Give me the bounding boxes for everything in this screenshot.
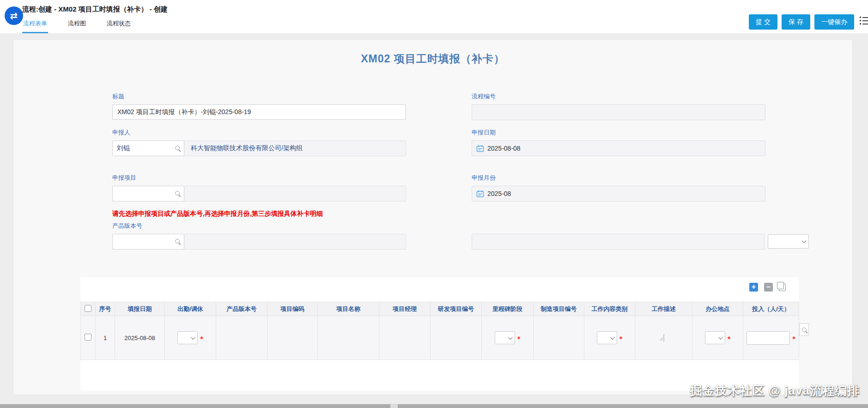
attendance-select[interactable] bbox=[177, 331, 198, 344]
tab-process-diagram[interactable]: 流程图 bbox=[67, 17, 87, 33]
top-header: ⇄ 流程:创建 - XM02 项目工时填报（补卡） - 创建 流程表单 流程图 … bbox=[0, 0, 868, 33]
copy-row-button[interactable] bbox=[779, 284, 786, 291]
row-search-button[interactable] bbox=[799, 323, 809, 336]
chevron-down-icon bbox=[191, 335, 195, 340]
search-icon[interactable] bbox=[175, 239, 180, 244]
row-project-name-cell bbox=[318, 316, 379, 360]
applicant-search-field bbox=[112, 140, 184, 156]
row-work-desc-cell bbox=[635, 316, 692, 360]
work-desc-textarea[interactable] bbox=[663, 334, 664, 342]
chevron-down-icon bbox=[718, 335, 723, 340]
page-title: 流程:创建 - XM02 项目工时填报（补卡） - 创建 bbox=[22, 5, 168, 14]
resize-handle-icon[interactable] bbox=[659, 336, 663, 341]
required-marker: * bbox=[200, 335, 203, 344]
col-work-type: 工作内容类别 bbox=[584, 302, 635, 316]
form-warning-text: 请先选择申报项目或产品版本号,再选择申报月份,第三步填报具体补卡明细 bbox=[112, 210, 323, 218]
form-card: XM02 项目工时填报（补卡） 标题 流程编号 申报人 科大智能物联技术股份有限… bbox=[13, 40, 852, 395]
select-all-checkbox[interactable] bbox=[85, 305, 91, 312]
apply-project-label: 申报项目 bbox=[112, 174, 406, 182]
header-tabs: 流程表单 流程图 流程状态 bbox=[22, 17, 132, 33]
app-logo-icon: ⇄ bbox=[5, 6, 23, 25]
process-no-label: 流程编号 bbox=[472, 92, 765, 101]
field-process-no: 流程编号 bbox=[472, 92, 765, 120]
col-seq: 序号 bbox=[96, 302, 115, 316]
chevron-down-icon bbox=[610, 335, 615, 340]
product-version-extra bbox=[184, 234, 406, 250]
tab-process-form[interactable]: 流程表单 bbox=[22, 17, 48, 33]
tab-process-status[interactable]: 流程状态 bbox=[106, 17, 132, 33]
apply-project-input[interactable] bbox=[113, 186, 184, 201]
doc-title-label: 标题 bbox=[112, 92, 406, 101]
row-attendance-cell: * bbox=[165, 316, 216, 360]
row-rd-project-no-cell bbox=[431, 316, 482, 360]
row-project-manager-cell bbox=[379, 316, 431, 360]
col-milestone: 里程碑阶段 bbox=[482, 302, 534, 316]
add-row-button[interactable]: + bbox=[749, 283, 758, 292]
urge-button[interactable]: 一键催办 bbox=[814, 14, 854, 30]
applicant-label: 申报人 bbox=[112, 128, 406, 137]
product-version-input[interactable] bbox=[113, 234, 184, 249]
required-marker: * bbox=[619, 335, 623, 344]
apply-date-value: 2025-08-08 bbox=[487, 145, 521, 152]
field-doc-title: 标题 bbox=[112, 92, 406, 120]
right-dropdown-select[interactable] bbox=[768, 234, 809, 249]
right-readonly-field bbox=[472, 234, 765, 250]
search-icon[interactable] bbox=[175, 146, 180, 150]
apply-month-picker[interactable]: 2025-08 bbox=[472, 186, 765, 201]
field-applicant: 申报人 科大智能物联技术股份有限公司/架构组 bbox=[112, 128, 406, 156]
field-apply-month: 申报月份 2025-08 bbox=[472, 174, 765, 201]
scrollbar-gap bbox=[390, 404, 398, 408]
product-version-search-field bbox=[112, 234, 184, 250]
row-checkbox[interactable] bbox=[85, 334, 91, 341]
apply-month-value: 2025-08 bbox=[487, 190, 511, 197]
search-icon bbox=[802, 328, 807, 332]
calendar-icon bbox=[476, 190, 484, 198]
process-no-readonly-field bbox=[472, 104, 765, 120]
apply-date-picker[interactable]: 2025-08-08 bbox=[472, 140, 765, 156]
row-date-cell: 2025-08-08 bbox=[115, 316, 165, 360]
watermark-text: 掘金技术社区 @ java流程编排 bbox=[690, 383, 860, 399]
header-checkbox-cell bbox=[81, 302, 96, 316]
required-marker: * bbox=[517, 335, 521, 344]
work-type-select[interactable] bbox=[597, 331, 617, 344]
row-mfg-project-no-cell bbox=[534, 316, 584, 360]
applicant-input[interactable] bbox=[113, 141, 184, 156]
doc-title-input[interactable] bbox=[112, 104, 406, 120]
remove-row-button[interactable]: − bbox=[764, 283, 773, 292]
save-button[interactable]: 保 存 bbox=[782, 14, 810, 30]
row-project-code-cell bbox=[267, 316, 318, 360]
col-project-name: 项目名称 bbox=[318, 302, 379, 316]
required-marker: * bbox=[728, 335, 731, 344]
input-days-input[interactable] bbox=[747, 331, 790, 345]
submit-button[interactable]: 提 交 bbox=[749, 14, 777, 30]
milestone-select[interactable] bbox=[495, 331, 515, 344]
col-mfg-project-no: 制造项目编号 bbox=[534, 302, 584, 316]
form-title: XM02 项目工时填报（补卡） bbox=[13, 52, 852, 66]
apply-date-label: 申报日期 bbox=[472, 128, 765, 137]
detail-table: 序号 填报日期 出勤/调休 产品版本号 项目编码 项目名称 项目经理 研发项目编… bbox=[80, 302, 799, 360]
row-product-version-cell bbox=[216, 316, 267, 360]
row-checkbox-cell bbox=[81, 316, 96, 360]
search-icon[interactable] bbox=[175, 191, 180, 195]
table-row: 1 2025-08-08 * bbox=[81, 316, 799, 360]
table-toolbar: + − bbox=[749, 283, 786, 292]
horizontal-scrollbar[interactable] bbox=[0, 404, 868, 408]
apply-project-search-field bbox=[112, 186, 184, 201]
field-apply-project: 申报项目 bbox=[112, 174, 406, 201]
chevron-down-icon bbox=[508, 335, 513, 340]
row-input-days-cell: * bbox=[743, 316, 799, 360]
col-attendance: 出勤/调休 bbox=[165, 302, 216, 316]
chevron-down-icon bbox=[802, 238, 807, 243]
col-work-desc: 工作描述 bbox=[635, 302, 692, 316]
menu-list-icon[interactable] bbox=[860, 17, 868, 24]
header-actions: 提 交 保 存 一键催办 bbox=[749, 14, 854, 30]
table-header-row: 序号 填报日期 出勤/调休 产品版本号 项目编码 项目名称 项目经理 研发项目编… bbox=[81, 302, 799, 316]
location-select[interactable] bbox=[705, 331, 725, 344]
col-location: 办公地点 bbox=[692, 302, 743, 316]
field-product-version: 产品版本号 bbox=[112, 222, 406, 250]
col-input-days: 投入（人/天） bbox=[743, 302, 799, 316]
row-location-cell: * bbox=[692, 316, 743, 360]
apply-month-label: 申报月份 bbox=[472, 174, 765, 182]
row-work-type-cell: * bbox=[584, 316, 635, 360]
calendar-icon bbox=[476, 145, 484, 152]
